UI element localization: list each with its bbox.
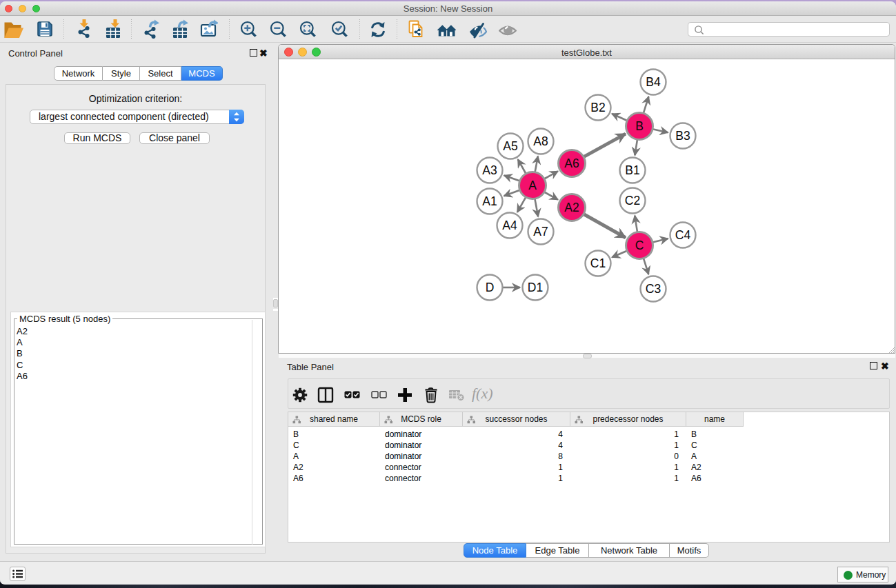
svg-text:B: B (635, 119, 644, 133)
svg-text:B1: B1 (625, 163, 639, 177)
svg-text:C4: C4 (675, 228, 691, 242)
svg-text:A2: A2 (564, 201, 579, 214)
svg-text:D1: D1 (528, 281, 543, 294)
svg-text:B2: B2 (590, 101, 605, 114)
svg-text:A7: A7 (533, 225, 548, 239)
svg-text:A6: A6 (564, 156, 579, 170)
svg-text:B3: B3 (675, 129, 690, 143)
svg-text:A: A (528, 179, 537, 192)
svg-text:C: C (635, 239, 644, 252)
svg-text:A8: A8 (533, 134, 548, 148)
svg-text:C3: C3 (646, 282, 661, 296)
svg-text:D: D (486, 281, 495, 294)
svg-text:A1: A1 (482, 194, 497, 208)
svg-text:A5: A5 (503, 139, 517, 153)
svg-text:C1: C1 (590, 256, 606, 270)
svg-text:A4: A4 (502, 219, 517, 232)
svg-text:B4: B4 (646, 75, 661, 89)
svg-text:A3: A3 (482, 163, 497, 177)
svg-text:C2: C2 (625, 194, 640, 207)
